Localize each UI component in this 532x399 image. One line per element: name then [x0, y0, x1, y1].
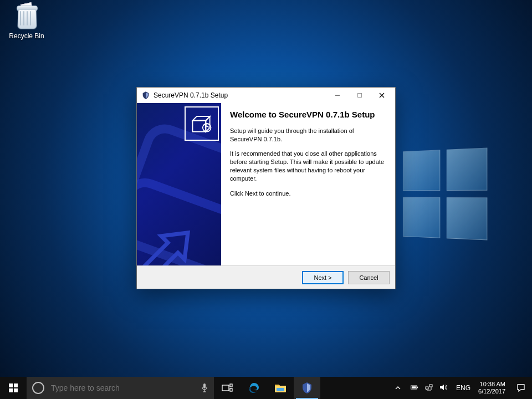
clock-date: 6/12/2017 [478, 388, 505, 395]
minimize-button[interactable] [326, 88, 349, 103]
recycle-bin-desktop-icon[interactable]: Recycle Bin [7, 3, 47, 40]
svg-rect-7 [14, 383, 18, 387]
tray-overflow-button[interactable] [391, 377, 405, 399]
svg-rect-19 [412, 386, 416, 388]
svg-rect-20 [426, 387, 428, 389]
recycle-bin-icon [13, 3, 40, 30]
action-center-button[interactable] [510, 377, 532, 399]
taskbar-securevpn-setup[interactable] [294, 377, 320, 399]
installer-sidebar-graphic [137, 103, 221, 265]
network-icon[interactable] [425, 383, 433, 393]
titlebar[interactable]: SecureVPN 0.7.1b Setup [137, 88, 395, 103]
svg-rect-6 [9, 383, 13, 387]
svg-rect-16 [277, 388, 284, 391]
search-box[interactable] [27, 377, 214, 399]
taskbar-edge[interactable] [241, 377, 267, 399]
installer-footer: Next > Cancel [137, 265, 395, 289]
svg-rect-13 [222, 385, 229, 391]
svg-rect-1 [358, 94, 362, 98]
svg-rect-14 [230, 384, 232, 387]
desktop[interactable]: Recycle Bin SecureVPN 0.7.1b Setup [0, 0, 532, 399]
next-button[interactable]: Next > [302, 271, 344, 284]
language-indicator[interactable]: ENG [453, 377, 474, 399]
window-title: SecureVPN 0.7.1b Setup [154, 91, 326, 99]
windows-logo-backdrop [403, 148, 487, 241]
battery-icon[interactable] [411, 383, 418, 393]
installer-heading: Welcome to SecureVPN 0.7.1b Setup [230, 110, 386, 120]
installer-window: SecureVPN 0.7.1b Setup [136, 87, 396, 289]
cortana-icon [32, 382, 44, 394]
installer-box-icon [185, 106, 219, 141]
taskbar-spacer [320, 377, 391, 399]
svg-rect-10 [203, 383, 206, 388]
recycle-bin-label: Recycle Bin [7, 32, 47, 40]
cancel-button[interactable]: Cancel [348, 271, 390, 284]
clock[interactable]: 10:38 AM 6/12/2017 [474, 377, 510, 399]
clock-time: 10:38 AM [480, 381, 505, 388]
volume-icon[interactable] [439, 383, 447, 393]
installer-para-1: Setup will guide you through the install… [230, 127, 386, 144]
task-view-button[interactable] [214, 377, 241, 399]
start-button[interactable] [0, 377, 27, 399]
svg-rect-9 [14, 388, 18, 392]
installer-para-2: It is recommended that you close all oth… [230, 150, 386, 182]
taskbar: ENG 10:38 AM 6/12/2017 [0, 377, 532, 399]
svg-rect-18 [417, 386, 418, 388]
installer-para-3: Click Next to continue. [230, 190, 386, 198]
system-tray [405, 377, 453, 399]
maximize-button[interactable] [349, 88, 371, 103]
close-button[interactable] [371, 88, 393, 103]
svg-rect-21 [429, 385, 432, 387]
svg-rect-8 [9, 388, 13, 392]
taskbar-file-explorer[interactable] [267, 377, 294, 399]
svg-rect-15 [230, 388, 232, 391]
search-input[interactable] [50, 383, 195, 393]
installer-content: Welcome to SecureVPN 0.7.1b Setup Setup … [221, 103, 395, 265]
installer-app-icon [141, 91, 150, 100]
microphone-icon[interactable] [201, 383, 208, 393]
